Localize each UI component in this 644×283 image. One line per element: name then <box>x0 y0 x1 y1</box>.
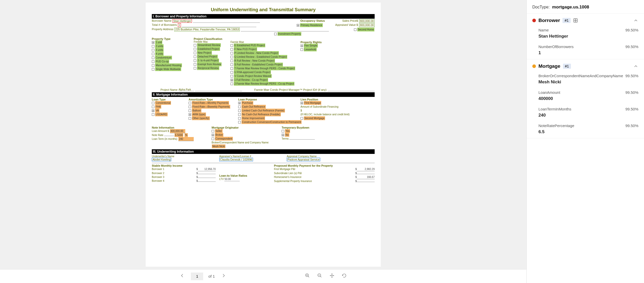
address-value: 225 Bustleton Pike, Feasterville-Trevose… <box>174 28 240 31</box>
zoom-out-icon <box>317 273 322 278</box>
section-3-header: III. Underwriting Information <box>152 149 375 154</box>
document-page: Uniform Underwriting and Transmittal Sum… <box>146 3 381 267</box>
dot-icon <box>532 64 536 68</box>
rotate-icon <box>342 273 347 278</box>
page-number-input[interactable] <box>191 273 203 280</box>
field-broker-name[interactable]: BrokerOrCorrespondentNameAndCompanyName9… <box>527 72 644 88</box>
zoom-in-icon <box>305 273 310 278</box>
pan-button[interactable] <box>328 272 336 280</box>
next-page-button[interactable] <box>220 272 227 280</box>
chevron-left-icon <box>180 273 185 278</box>
field-name[interactable]: Name99.50% Stan Hettinger <box>527 26 644 42</box>
entity-mortgage: Mortgage #1 BrokerOrCorrespondentNameAnd… <box>527 59 644 138</box>
document-viewer: Uniform Underwriting and Transmittal Sum… <box>0 0 526 283</box>
entity-borrower: Borrower #1 Name99.50% Stan Hettinger Nu… <box>527 14 644 59</box>
document-canvas[interactable]: Uniform Underwriting and Transmittal Sum… <box>0 0 526 269</box>
property-type-col: Property Type 1 unit 2 units 3 units 4 u… <box>152 37 190 86</box>
borrower-name-value: Stan Hettinger <box>172 19 192 23</box>
appraised-value: 800,000.00 <box>359 23 375 27</box>
total-borrowers-label: Total # of Borrowers <box>152 23 177 27</box>
dot-icon <box>532 19 536 22</box>
project-class-col: Project Classification Freddie Mac Strea… <box>194 37 227 86</box>
section-2-header: II. Mortgage Information <box>152 92 375 97</box>
rights-col: Property Rights Fee Simple Leasehold <box>301 37 331 86</box>
sales-price-label: Sales Price$ <box>342 19 358 23</box>
doctype-value: mortgage.us.1008 <box>552 5 589 10</box>
appraised-label: Appraised Value $ <box>335 23 358 27</box>
chevron-right-icon <box>221 273 226 278</box>
doctype-row: DocType: mortgage.us.1008 <box>527 0 644 14</box>
address-label: Property Address <box>152 28 173 31</box>
occupancy-label: Occupancy Status <box>300 19 325 23</box>
prev-page-button[interactable] <box>179 272 186 280</box>
entity-mortgage-badge: #1 <box>563 64 571 69</box>
fannie-col: Fannie Mae E Established PUD Project F N… <box>231 37 297 86</box>
section-1-header: I. Borrower and Property Information <box>152 14 375 19</box>
doctype-label: DocType: <box>532 5 550 9</box>
rotate-button[interactable] <box>341 272 348 280</box>
chevron-up-icon <box>633 64 638 69</box>
sales-price-value: 800,000.00 <box>359 19 375 23</box>
zoom-in-button[interactable] <box>304 272 311 280</box>
field-loan-term[interactable]: LoanTermInMonths99.50% 240 <box>527 105 644 121</box>
borrower-name-label: Borrower Name <box>152 19 171 23</box>
entity-mortgage-header[interactable]: Mortgage #1 <box>527 59 644 72</box>
zoom-out-button[interactable] <box>316 272 323 280</box>
entity-borrower-badge: #1 <box>562 18 571 23</box>
chevron-up-icon <box>633 18 638 23</box>
extraction-panel: DocType: mortgage.us.1008 Borrower #1 Na… <box>526 0 644 283</box>
entity-borrower-title: Borrower <box>538 18 560 23</box>
total-borrowers-value: 1 <box>178 23 181 27</box>
field-loan-amount[interactable]: LoanAmount99.50% 400000 <box>527 88 644 105</box>
field-note-rate[interactable]: NoteRatePercentage99.50% 6.5 <box>527 121 644 138</box>
document-toolbar: of 1 <box>0 269 526 283</box>
pan-icon <box>329 273 335 278</box>
table-icon[interactable] <box>573 18 578 23</box>
doc-title: Uniform Underwriting and Transmittal Sum… <box>152 7 375 13</box>
field-number-of-borrowers[interactable]: NumberOfBorrowers99.50% 1 <box>527 42 644 59</box>
entity-borrower-header[interactable]: Borrower #1 <box>527 14 644 26</box>
entity-mortgage-title: Mortgage <box>538 63 560 69</box>
page-of-label: of 1 <box>208 274 215 278</box>
